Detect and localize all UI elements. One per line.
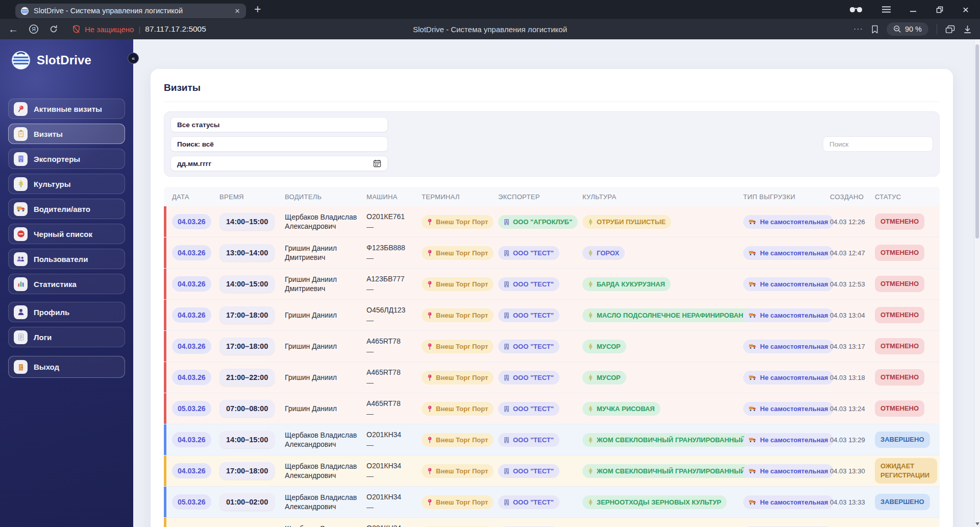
culture-badge: МАСЛО ПОДСОЛНЕЧНОЕ НЕРАФИНИРОВАННОЕ bbox=[582, 308, 763, 322]
building-icon bbox=[504, 499, 509, 506]
browser-tab[interactable]: SlotDrive - Система управления логистико… bbox=[15, 4, 246, 18]
sidebar-item[interactable]: Логи bbox=[8, 327, 125, 347]
status-badge: ОЖИДАЕТ РЕГИСТРАЦИИ bbox=[875, 458, 937, 483]
sidebar-item[interactable]: Активные визиты bbox=[8, 99, 125, 119]
column-header: ВОДИТЕЛЬ bbox=[285, 193, 366, 201]
truck-icon bbox=[749, 406, 756, 412]
culture-badge: ОТРУБИ ПУШИСТЫЕ bbox=[582, 215, 671, 229]
wheat-icon bbox=[588, 312, 593, 319]
exporter-badge: ООО "ТЕСТ" bbox=[498, 495, 559, 509]
pin-icon bbox=[427, 219, 432, 225]
pin-icon bbox=[427, 281, 432, 288]
building-icon bbox=[504, 219, 509, 225]
side-panel-icon[interactable] bbox=[945, 25, 955, 34]
table-row[interactable]: 04.03.26 13:00–14:00 Гришин Даниил Дмитр… bbox=[164, 237, 940, 269]
unload-type-badge: Не самостоятельная bbox=[743, 433, 834, 447]
clipboard-icon bbox=[14, 127, 28, 141]
terminal-badge: Внеш Торг Порт bbox=[422, 433, 494, 447]
tab-title: SlotDrive - Система управления логистико… bbox=[34, 7, 229, 15]
building-icon bbox=[504, 343, 509, 350]
menu-icon[interactable] bbox=[882, 6, 891, 13]
truck-icon bbox=[749, 281, 756, 287]
table-row[interactable]: 05.03.26 01:00–02:00 Щербаков Владислав … bbox=[164, 487, 940, 518]
back-icon[interactable]: ← bbox=[8, 23, 18, 35]
table-row[interactable]: 04.03.26 17:00–18:00 Гришин Даниил А465R… bbox=[164, 331, 940, 362]
driver-name: Гришин Даниил bbox=[285, 404, 366, 413]
main-area: Визиты Все статусы Поиск: всё дд.мм.гггг… bbox=[133, 39, 980, 527]
more-icon[interactable]: ··· bbox=[853, 25, 863, 34]
wheat-icon bbox=[588, 499, 593, 506]
yandex-id-icon[interactable]: Я bbox=[29, 24, 39, 34]
trailer-plate: — bbox=[366, 284, 422, 294]
date-filter-input[interactable]: дд.мм.гггг bbox=[170, 156, 388, 171]
sidebar-item[interactable]: Пользователи bbox=[8, 249, 125, 269]
tab-close-icon[interactable]: × bbox=[234, 7, 241, 15]
exporter-badge: ООО "ТЕСТ" bbox=[498, 308, 559, 322]
wheat-icon bbox=[588, 405, 593, 412]
sidebar-item[interactable]: Выход bbox=[8, 356, 125, 378]
sidebar-item[interactable]: Статистика bbox=[8, 274, 125, 294]
exporter-badge: ООО "АГРОКЛУБ" bbox=[498, 215, 578, 229]
truck-icon bbox=[749, 344, 756, 349]
scrollbar-thumb[interactable] bbox=[975, 44, 979, 238]
table-row[interactable]: 04.03.26 14:00–15:00 Щербаков Владислав … bbox=[164, 424, 940, 456]
culture-badge: ЖОМ СВЕКЛОВИЧНЫЙ ГРАНУЛИРОВАННЫЙ bbox=[582, 464, 751, 478]
wheat-icon bbox=[588, 343, 593, 350]
incognito-glasses-icon[interactable] bbox=[849, 7, 863, 13]
table-row[interactable]: Щербаков Владислав Александрович О201КН3… bbox=[164, 518, 940, 527]
status-badge: ОТМЕНЕНО bbox=[875, 245, 924, 261]
download-icon[interactable] bbox=[963, 25, 972, 34]
scrollbar-down-arrow[interactable] bbox=[975, 522, 979, 525]
unload-type-badge: Не самостоятельная bbox=[743, 215, 834, 229]
table-header: ДАТАВРЕМЯВОДИТЕЛЬМАШИНАТЕРМИНАЛЭКСПОРТЕР… bbox=[164, 187, 940, 206]
trailer-plate: — bbox=[366, 502, 422, 512]
security-warning: Не защищено bbox=[85, 25, 134, 34]
table-row[interactable]: 04.03.26 17:00–18:00 Щербаков Владислав … bbox=[164, 456, 940, 487]
new-tab-button[interactable]: + bbox=[254, 3, 261, 16]
status-filter-select[interactable]: Все статусы bbox=[170, 117, 388, 132]
sidebar-item[interactable]: Культуры bbox=[8, 174, 125, 194]
pin-icon bbox=[427, 405, 432, 412]
reload-icon[interactable] bbox=[49, 25, 58, 34]
vehicle-plate: О456ЛД123 bbox=[366, 305, 422, 315]
zoom-control[interactable]: 90 % bbox=[887, 22, 928, 36]
pin-icon bbox=[14, 102, 28, 116]
trailer-plate: — bbox=[366, 346, 422, 356]
calendar-icon bbox=[373, 159, 381, 167]
sidebar-item[interactable]: Экспортеры bbox=[8, 149, 125, 169]
restore-icon[interactable] bbox=[936, 6, 943, 13]
search-input[interactable] bbox=[823, 136, 933, 152]
unload-type-badge: Не самостоятельная bbox=[743, 495, 834, 509]
building-icon bbox=[504, 405, 509, 412]
page-title-center: SlotDrive - Система управления логистико… bbox=[413, 25, 567, 34]
sidebar-item[interactable]: Профиль bbox=[8, 302, 125, 322]
column-header: МАШИНА bbox=[366, 193, 422, 201]
users-icon bbox=[14, 252, 28, 266]
bookmark-icon[interactable] bbox=[871, 25, 878, 34]
table-row[interactable]: 05.03.26 07:00–08:00 Гришин Даниил А465R… bbox=[164, 393, 940, 424]
table-row[interactable]: 04.03.26 17:00–18:00 Гришин Даниил О456Л… bbox=[164, 300, 940, 331]
unload-type-badge: Не самостоятельная bbox=[743, 464, 834, 478]
page-scrollbar[interactable] bbox=[974, 39, 980, 527]
sidebar-item[interactable]: Визиты bbox=[8, 124, 125, 144]
sidebar-item[interactable]: Черный список bbox=[8, 224, 125, 244]
sidebar-collapse-button[interactable]: « bbox=[128, 53, 139, 64]
created-at: 04.03 13:33 bbox=[830, 498, 875, 506]
address-bar[interactable]: Не защищено | 87.117.17.2:5005 bbox=[72, 25, 206, 34]
truck-icon bbox=[749, 313, 756, 318]
table-row[interactable]: 04.03.26 21:00–22:00 Гришин Даниил А465R… bbox=[164, 362, 940, 393]
wheat-icon bbox=[14, 177, 28, 191]
table-row[interactable]: 04.03.26 14:00–15:00 Щербаков Владислав … bbox=[164, 206, 940, 237]
visit-date-badge: 04.03.26 bbox=[172, 245, 211, 260]
terminal-badge: Внеш Торг Порт bbox=[422, 464, 494, 478]
building-icon bbox=[504, 437, 509, 443]
vehicle-plate: А465RT78 bbox=[366, 367, 422, 377]
status-badge: ОТМЕНЕНО bbox=[875, 213, 924, 230]
search-scope-select[interactable]: Поиск: всё bbox=[170, 136, 388, 152]
close-icon[interactable]: × bbox=[963, 4, 969, 16]
vehicle-plate: А123БВ777 bbox=[366, 274, 422, 284]
table-row[interactable]: 04.03.26 14:00–15:00 Гришин Даниил Дмитр… bbox=[164, 269, 940, 300]
sidebar-item[interactable]: Водители/авто bbox=[8, 199, 125, 219]
minimize-icon[interactable] bbox=[910, 6, 917, 13]
brand-name: SlotDrive bbox=[37, 53, 91, 67]
